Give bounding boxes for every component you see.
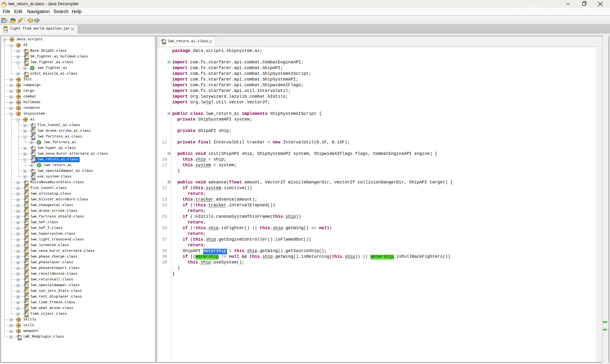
svg-text:C: C bbox=[31, 66, 34, 70]
svg-text:010: 010 bbox=[25, 263, 29, 266]
svg-text:010: 010 bbox=[25, 212, 29, 214]
svg-text:010: 010 bbox=[25, 252, 29, 254]
svg-text:010: 010 bbox=[32, 132, 36, 134]
svg-text:010: 010 bbox=[25, 280, 29, 283]
svg-text:010: 010 bbox=[25, 183, 29, 186]
svg-text:010: 010 bbox=[25, 195, 29, 197]
svg-text:010: 010 bbox=[25, 315, 29, 317]
svg-text:010: 010 bbox=[25, 63, 29, 66]
svg-text:010: 010 bbox=[25, 292, 29, 294]
svg-text:010: 010 bbox=[32, 155, 36, 157]
svg-text:010: 010 bbox=[25, 75, 29, 77]
svg-text:010: 010 bbox=[25, 240, 29, 243]
svg-text:010: 010 bbox=[32, 160, 36, 163]
svg-text:010: 010 bbox=[32, 137, 36, 140]
svg-text:010: 010 bbox=[25, 286, 29, 289]
svg-text:010: 010 bbox=[162, 42, 166, 44]
svg-text:010: 010 bbox=[25, 298, 29, 300]
svg-text:010: 010 bbox=[25, 275, 29, 277]
svg-text:010: 010 bbox=[25, 235, 29, 237]
svg-text:010: 010 bbox=[25, 246, 29, 249]
svg-text:C: C bbox=[38, 141, 40, 144]
svg-text:010: 010 bbox=[25, 206, 29, 209]
svg-text:010: 010 bbox=[25, 269, 29, 272]
svg-text:010: 010 bbox=[32, 149, 36, 152]
svg-text:010: 010 bbox=[25, 218, 29, 220]
svg-text:010: 010 bbox=[25, 52, 29, 54]
svg-text:010: 010 bbox=[4, 29, 8, 31]
svg-text:010: 010 bbox=[25, 223, 29, 226]
svg-text:010: 010 bbox=[25, 200, 29, 203]
svg-text:010: 010 bbox=[18, 338, 22, 340]
svg-text:010: 010 bbox=[32, 126, 36, 129]
svg-text:C: C bbox=[38, 163, 40, 167]
svg-text:010: 010 bbox=[25, 309, 29, 312]
svg-text:010: 010 bbox=[25, 189, 29, 192]
svg-text:010: 010 bbox=[25, 258, 29, 260]
svg-text:010: 010 bbox=[25, 303, 29, 306]
svg-text:010: 010 bbox=[32, 178, 36, 180]
svg-text:010: 010 bbox=[25, 57, 29, 60]
svg-text:010: 010 bbox=[32, 172, 36, 174]
svg-text:010: 010 bbox=[25, 229, 29, 232]
